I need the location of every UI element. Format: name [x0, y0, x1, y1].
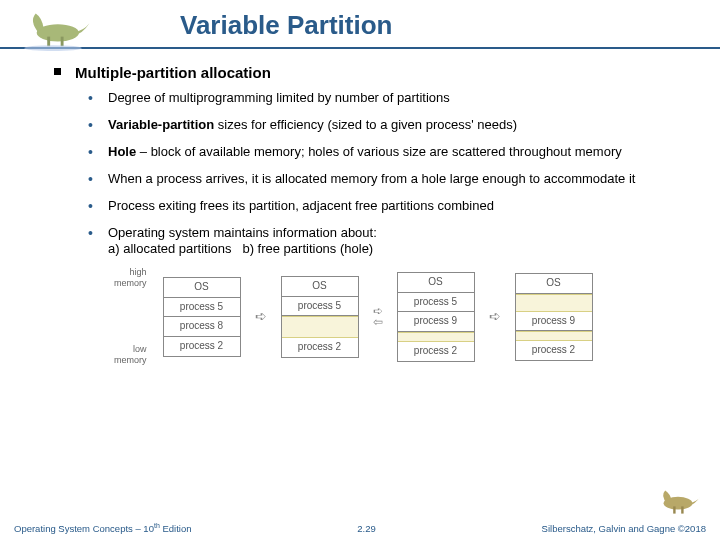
sub-bullet: •Process exiting frees its partition, ad… [88, 198, 690, 216]
bullet-dot-icon: • [88, 225, 108, 258]
memory-column-1: OSprocess 5process 8process 2 [163, 277, 241, 357]
slide-content: Multiple-partition allocation •Degree of… [0, 49, 720, 367]
sub-bullet: •When a process arrives, it is allocated… [88, 171, 690, 189]
double-arrow-icon: ➪⇦ [373, 306, 383, 328]
high-memory-label: high memory [114, 267, 147, 290]
bullet-dot-icon: • [88, 117, 108, 135]
dinosaur-footer-icon [654, 484, 702, 520]
memory-block: OS [282, 277, 358, 297]
memory-block: process 2 [282, 338, 358, 357]
sub-bullet-list: •Degree of multiprogramming limited by n… [88, 90, 690, 258]
sub-bullet-text: Operating system maintains information a… [108, 225, 690, 258]
memory-diagram: high memory low memory OSprocess 5proces… [114, 267, 690, 367]
memory-block: OS [516, 274, 592, 294]
svg-rect-6 [681, 506, 683, 513]
bullet-dot-icon: • [88, 144, 108, 162]
sub-bullet: •Degree of multiprogramming limited by n… [88, 90, 690, 108]
memory-hole [282, 316, 358, 338]
svg-rect-5 [673, 506, 675, 513]
memory-axis-labels: high memory low memory [114, 267, 149, 367]
memory-block: process 5 [398, 293, 474, 313]
svg-point-3 [24, 45, 82, 51]
memory-column-4: OSprocess 9process 2 [515, 273, 593, 361]
main-bullet: Multiple-partition allocation [54, 63, 690, 82]
bullet-dot-icon: • [88, 198, 108, 216]
memory-column-3: OSprocess 5process 9process 2 [397, 272, 475, 362]
sub-bullet-text: Variable-partition sizes for efficiency … [108, 117, 690, 135]
arrow-icon: ➪ [489, 308, 501, 326]
memory-block: process 8 [164, 317, 240, 337]
footer-page-number: 2.29 [357, 523, 376, 534]
memory-block: process 9 [516, 312, 592, 332]
footer-copyright: Silberschatz, Galvin and Gagne ©2018 [542, 523, 706, 534]
footer-book-title: Operating System Concepts – 10th Edition [14, 522, 191, 534]
memory-block: process 5 [164, 298, 240, 318]
sub-bullet-text: Degree of multiprogramming limited by nu… [108, 90, 690, 108]
bullet-dot-icon: • [88, 90, 108, 108]
sub-bullet: •Operating system maintains information … [88, 225, 690, 258]
svg-rect-1 [47, 37, 50, 47]
memory-block: OS [164, 278, 240, 298]
memory-hole [516, 331, 592, 341]
sub-bullet: •Variable-partition sizes for efficiency… [88, 117, 690, 135]
memory-block: process 2 [398, 342, 474, 361]
arrow-icon: ➪ [255, 308, 267, 326]
memory-block: process 5 [282, 297, 358, 317]
memory-block: OS [398, 273, 474, 293]
memory-hole [398, 332, 474, 342]
bullet-dot-icon: • [88, 171, 108, 189]
memory-column-2: OSprocess 5process 2 [281, 276, 359, 358]
dinosaur-logo-icon [14, 4, 92, 52]
svg-rect-2 [61, 37, 64, 47]
sub-bullet-text: Process exiting frees its partition, adj… [108, 198, 690, 216]
memory-block: process 9 [398, 312, 474, 332]
sub-bullet: •Hole – block of available memory; holes… [88, 144, 690, 162]
sub-bullet-text: When a process arrives, it is allocated … [108, 171, 690, 189]
main-bullet-text: Multiple-partition allocation [75, 63, 271, 82]
low-memory-label: low memory [114, 344, 147, 367]
sub-bullet-text: Hole – block of available memory; holes … [108, 144, 690, 162]
slide-footer: Operating System Concepts – 10th Edition… [0, 522, 720, 534]
memory-block: process 2 [516, 341, 592, 360]
slide-title: Variable Partition [180, 10, 690, 41]
memory-block: process 2 [164, 337, 240, 356]
memory-hole [516, 294, 592, 312]
square-bullet-icon [54, 68, 61, 75]
